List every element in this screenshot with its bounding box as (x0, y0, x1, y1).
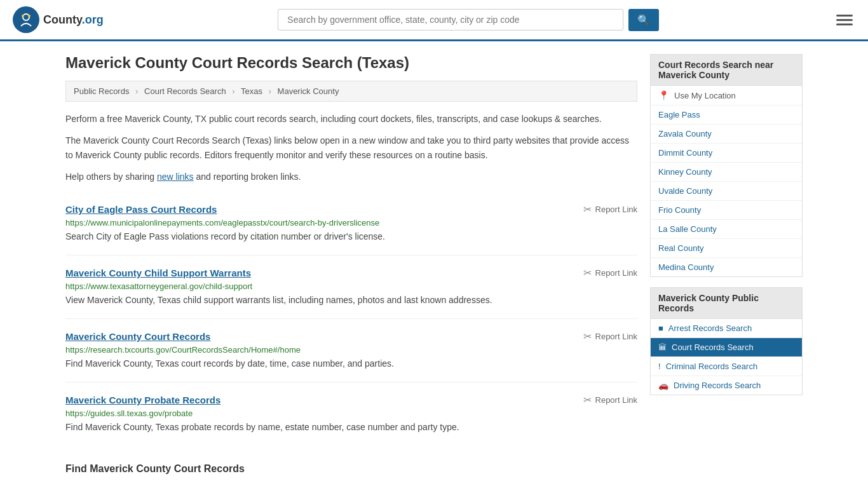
record-title-2[interactable]: Maverick County Court Records (65, 331, 210, 342)
report-label-2: Report Link (595, 332, 637, 341)
criminal-icon: ! (658, 362, 661, 371)
logo-icon (13, 6, 39, 33)
breadcrumb-sep-1: › (135, 86, 138, 96)
svg-point-2 (22, 15, 24, 17)
report-icon-0: ✂ (583, 203, 592, 215)
report-link-btn-2[interactable]: ✂ Report Link (583, 330, 637, 342)
driving-icon: 🚗 (658, 381, 668, 390)
arrest-label: Arrest Records Search (668, 323, 752, 333)
report-icon-1: ✂ (583, 267, 592, 279)
breadcrumb-court-records-search[interactable]: Court Records Search (144, 86, 226, 96)
logo-text: County.org (43, 13, 104, 27)
sidebar-item-zavala-county[interactable]: Zavala County (651, 125, 802, 144)
report-label-1: Report Link (595, 268, 637, 278)
zavala-county-label: Zavala County (658, 129, 712, 139)
header: County.org 🔍 (0, 0, 868, 41)
report-link-btn-1[interactable]: ✂ Report Link (583, 267, 637, 279)
dimmit-county-label: Dimmit County (658, 148, 712, 158)
svg-point-3 (28, 15, 31, 17)
menu-button[interactable] (834, 12, 855, 28)
report-label-0: Report Link (595, 205, 637, 214)
description-3: Help others by sharing new links and rep… (65, 170, 637, 184)
pr-item-court[interactable]: 🏛 Court Records Search (651, 338, 802, 357)
use-location-label: Use My Location (674, 91, 736, 100)
public-records-list: ■ Arrest Records Search 🏛 Court Records … (650, 319, 803, 395)
breadcrumb-sep-3: › (269, 86, 271, 96)
breadcrumb-sep-2: › (232, 86, 234, 96)
record-desc-3: Find Maverick County, Texas probate reco… (65, 421, 637, 434)
menu-bar-2 (836, 19, 853, 21)
menu-bar-3 (836, 24, 853, 25)
sidebar-item-use-location[interactable]: 📍 Use My Location (651, 86, 802, 105)
record-item-1: Maverick County Child Support Warrants ✂… (65, 255, 637, 319)
sidebar-item-uvalde-county[interactable]: Uvalde County (651, 182, 802, 201)
desc3-pre: Help others by sharing (65, 172, 157, 182)
la-salle-county-label: La Salle County (658, 224, 717, 234)
record-title-1[interactable]: Maverick County Child Support Warrants (65, 268, 251, 278)
nearby-section: Court Records Search near Maverick Count… (650, 54, 803, 277)
search-icon: 🔍 (637, 15, 650, 25)
find-section: Find Maverick County Court Records (65, 445, 637, 488)
sidebar-item-dimmit-county[interactable]: Dimmit County (651, 144, 802, 163)
sidebar-item-real-county[interactable]: Real County (651, 239, 802, 258)
record-url-0[interactable]: https://www.municipalonlinepayments.com/… (65, 218, 637, 227)
record-desc-0: Search City of Eagle Pass violations rec… (65, 230, 637, 243)
criminal-label: Criminal Records Search (666, 362, 758, 371)
record-url-1[interactable]: https://www.texasattorneygeneral.gov/chi… (65, 281, 637, 291)
record-item-0: City of Eagle Pass Court Records ✂ Repor… (65, 192, 637, 255)
desc3-post: and reporting broken links. (194, 172, 301, 182)
breadcrumb-texas[interactable]: Texas (241, 86, 262, 96)
record-title-0[interactable]: City of Eagle Pass Court Records (65, 204, 217, 215)
record-header-3: Maverick County Probate Records ✂ Report… (65, 394, 637, 406)
breadcrumb: Public Records › Court Records Search › … (65, 81, 637, 102)
public-records-section-title: Maverick County Public Records (650, 287, 803, 319)
frio-county-label: Frio County (658, 205, 701, 215)
record-header-1: Maverick County Child Support Warrants ✂… (65, 267, 637, 279)
real-county-label: Real County (658, 243, 704, 253)
report-label-3: Report Link (595, 395, 637, 405)
description-1: Perform a free Maverick County, TX publi… (65, 112, 637, 126)
search-input[interactable] (278, 9, 623, 30)
public-records-section: Maverick County Public Records ■ Arrest … (650, 287, 803, 395)
report-icon-3: ✂ (583, 394, 592, 406)
uvalde-county-label: Uvalde County (658, 186, 712, 196)
search-button[interactable]: 🔍 (628, 9, 659, 31)
breadcrumb-maverick-county[interactable]: Maverick County (278, 86, 339, 96)
record-desc-1: View Maverick County, Texas child suppor… (65, 294, 637, 307)
eagle-pass-label: Eagle Pass (658, 110, 700, 119)
sidebar-item-kinney-county[interactable]: Kinney County (651, 163, 802, 182)
record-title-3[interactable]: Maverick County Probate Records (65, 395, 220, 405)
report-icon-2: ✂ (583, 330, 592, 342)
pr-item-criminal[interactable]: ! Criminal Records Search (651, 357, 802, 376)
medina-county-label: Medina County (658, 262, 714, 272)
sidebar-item-la-salle-county[interactable]: La Salle County (651, 220, 802, 239)
record-url-2[interactable]: https://research.txcourts.gov/CourtRecor… (65, 345, 637, 355)
sidebar-item-eagle-pass[interactable]: Eagle Pass (651, 105, 802, 125)
report-link-btn-3[interactable]: ✂ Report Link (583, 394, 637, 406)
new-links-link[interactable]: new links (157, 172, 194, 182)
sidebar-item-medina-county[interactable]: Medina County (651, 258, 802, 276)
record-item-3: Maverick County Probate Records ✂ Report… (65, 383, 637, 445)
content-area: Maverick County Court Records Search (Te… (65, 54, 637, 488)
driving-label: Driving Records Search (674, 381, 761, 390)
logo-area: County.org (13, 6, 104, 33)
pr-item-driving[interactable]: 🚗 Driving Records Search (651, 376, 802, 395)
report-link-btn-0[interactable]: ✂ Report Link (583, 203, 637, 215)
sidebar: Court Records Search near Maverick Count… (650, 54, 803, 488)
record-desc-2: Find Maverick County, Texas court record… (65, 357, 637, 370)
arrest-icon: ■ (658, 323, 663, 333)
nearby-list: 📍 Use My Location Eagle Pass Zavala Coun… (650, 86, 803, 277)
main-container: Maverick County Court Records Search (Te… (53, 41, 815, 488)
records-list: City of Eagle Pass Court Records ✂ Repor… (65, 192, 637, 445)
menu-bar-1 (836, 15, 853, 17)
record-url-3[interactable]: https://guides.sll.texas.gov/probate (65, 409, 637, 418)
pr-item-arrest[interactable]: ■ Arrest Records Search (651, 319, 802, 338)
breadcrumb-public-records[interactable]: Public Records (74, 86, 129, 96)
page-title: Maverick County Court Records Search (Te… (65, 54, 637, 72)
find-heading: Find Maverick County Court Records (65, 463, 637, 475)
kinney-county-label: Kinney County (658, 167, 712, 177)
nearby-section-title: Court Records Search near Maverick Count… (650, 54, 803, 86)
sidebar-item-frio-county[interactable]: Frio County (651, 201, 802, 220)
record-header-0: City of Eagle Pass Court Records ✂ Repor… (65, 203, 637, 215)
search-bar-area: 🔍 (278, 9, 659, 31)
